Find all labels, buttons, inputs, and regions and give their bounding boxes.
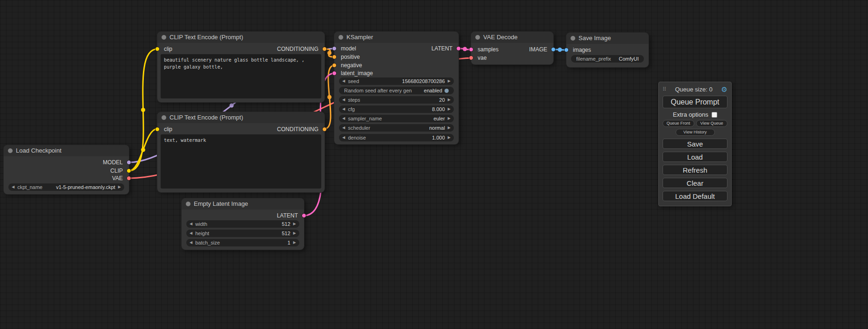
input-port-clip[interactable] xyxy=(155,47,160,51)
decrement-arrow-icon[interactable]: ◀ xyxy=(342,77,345,85)
node-title-bar[interactable]: CLIP Text Encode (Prompt) xyxy=(157,32,325,43)
load-default-button[interactable]: Load Default xyxy=(663,191,727,201)
decrement-arrow-icon[interactable]: ◀ xyxy=(342,115,345,122)
decrement-arrow-icon[interactable]: ◀ xyxy=(190,239,192,246)
input-port-latent-image[interactable] xyxy=(332,71,337,76)
output-label-conditioning: CONDITIONING xyxy=(277,45,318,53)
node-title-bar[interactable]: KSampler xyxy=(334,32,459,43)
increment-arrow-icon[interactable]: ▶ xyxy=(448,96,451,104)
widget-steps[interactable]: ◀ steps 20 ▶ xyxy=(339,96,454,104)
collapse-dot-icon[interactable] xyxy=(339,35,343,40)
drag-handle-icon[interactable]: ⠿ xyxy=(663,86,666,92)
node-clip-text-encode-positive[interactable]: CLIP Text Encode (Prompt) clip CONDITION… xyxy=(157,32,325,102)
node-clip-text-encode-negative[interactable]: CLIP Text Encode (Prompt) clip CONDITION… xyxy=(157,112,325,192)
node-vae-decode[interactable]: VAE Decode samples IMAGE vae xyxy=(471,32,553,64)
collapse-dot-icon[interactable] xyxy=(162,35,166,40)
output-port-conditioning[interactable] xyxy=(322,127,327,132)
widget-name: batch_size xyxy=(195,240,220,245)
increment-arrow-icon[interactable]: ▶ xyxy=(293,230,296,237)
decrement-arrow-icon[interactable]: ◀ xyxy=(342,96,345,104)
input-port-negative[interactable] xyxy=(332,63,337,68)
widget-name: seed xyxy=(348,78,359,84)
widget-scheduler[interactable]: ◀ scheduler normal ▶ xyxy=(339,124,454,132)
node-title-bar[interactable]: VAE Decode xyxy=(471,32,553,43)
input-port-images[interactable] xyxy=(564,48,569,52)
decrement-arrow-icon[interactable]: ◀ xyxy=(342,134,345,141)
widget-name: width xyxy=(195,221,207,227)
output-port-image[interactable] xyxy=(551,47,556,52)
widget-width[interactable]: ◀ width 512 ▶ xyxy=(186,220,299,228)
node-empty-latent-image[interactable]: Empty Latent Image LATENT ◀ width 512 ▶ … xyxy=(182,198,304,250)
widget-filename-prefix[interactable]: filename_prefix ComfyUI xyxy=(571,55,644,63)
save-button[interactable]: Save xyxy=(663,139,727,149)
decrement-arrow-icon[interactable]: ◀ xyxy=(12,183,14,191)
collapse-dot-icon[interactable] xyxy=(186,202,191,206)
node-title-bar[interactable]: Empty Latent Image xyxy=(182,198,304,210)
extra-options-checkbox[interactable] xyxy=(712,112,717,118)
view-history-button[interactable]: View History xyxy=(676,129,715,136)
widget-height[interactable]: ◀ height 512 ▶ xyxy=(186,230,299,237)
node-ksampler[interactable]: KSampler model LATENT positive negative … xyxy=(334,32,459,144)
input-port-positive[interactable] xyxy=(332,55,337,59)
output-port-conditioning[interactable] xyxy=(322,47,327,51)
prompt-textarea[interactable]: beautiful scenery nature glass bottle la… xyxy=(161,54,321,98)
collapse-dot-icon[interactable] xyxy=(571,36,575,41)
queue-prompt-button[interactable]: Queue Prompt xyxy=(663,96,727,108)
output-label-conditioning: CONDITIONING xyxy=(277,126,318,133)
output-port-model[interactable] xyxy=(127,160,131,165)
node-title: Save Image xyxy=(579,35,611,42)
output-port-latent[interactable] xyxy=(302,213,306,218)
node-title: Empty Latent Image xyxy=(194,200,248,207)
collapse-dot-icon[interactable] xyxy=(8,148,13,153)
refresh-button[interactable]: Refresh xyxy=(663,165,727,175)
clear-button[interactable]: Clear xyxy=(663,178,727,188)
collapse-dot-icon[interactable] xyxy=(162,115,166,120)
decrement-arrow-icon[interactable]: ◀ xyxy=(342,124,345,132)
increment-arrow-icon[interactable]: ▶ xyxy=(448,134,451,141)
increment-arrow-icon[interactable]: ▶ xyxy=(448,77,451,85)
increment-arrow-icon[interactable]: ▶ xyxy=(293,220,296,228)
increment-arrow-icon[interactable]: ▶ xyxy=(448,115,451,122)
node-title-bar[interactable]: Load Checkpoint xyxy=(4,145,129,156)
output-port-clip[interactable] xyxy=(127,168,131,173)
increment-arrow-icon[interactable]: ▶ xyxy=(448,105,451,113)
input-label-negative: negative xyxy=(341,62,362,69)
widget-cfg[interactable]: ◀ cfg 8.000 ▶ xyxy=(339,105,454,113)
queue-size-label: Queue size: 0 xyxy=(675,86,713,93)
settings-gear-icon[interactable]: ⚙ xyxy=(721,86,727,93)
widget-ckpt-name[interactable]: ◀ ckpt_name v1-5-pruned-emaonly.ckpt ▶ xyxy=(8,183,124,191)
increment-arrow-icon[interactable]: ▶ xyxy=(293,239,296,246)
collapse-dot-icon[interactable] xyxy=(475,35,480,40)
widget-sampler-name[interactable]: ◀ sampler_name euler ▶ xyxy=(339,115,454,122)
input-port-model[interactable] xyxy=(332,46,337,51)
increment-arrow-icon[interactable]: ▶ xyxy=(118,183,121,191)
wire-clip-negative xyxy=(129,129,157,171)
load-button[interactable]: Load xyxy=(663,152,727,162)
widget-random-seed-toggle[interactable]: Random seed after every gen enabled xyxy=(339,87,454,94)
graph-canvas[interactable]: Load Checkpoint MODEL CLIP VAE ◀ ckpt_na… xyxy=(0,0,868,329)
input-port-vae[interactable] xyxy=(469,56,473,60)
queue-front-button[interactable]: Queue Front xyxy=(663,120,694,127)
output-port-latent[interactable] xyxy=(456,46,461,51)
increment-arrow-icon[interactable]: ▶ xyxy=(448,124,451,132)
decrement-arrow-icon[interactable]: ◀ xyxy=(190,220,192,228)
view-queue-button[interactable]: View Queue xyxy=(696,120,728,127)
output-port-vae[interactable] xyxy=(127,176,131,181)
node-save-image[interactable]: Save Image images filename_prefix ComfyU… xyxy=(566,33,649,67)
widget-name: Random seed after every gen xyxy=(344,88,412,93)
input-port-clip[interactable] xyxy=(155,127,160,132)
widget-batch-size[interactable]: ◀ batch_size 1 ▶ xyxy=(186,239,299,246)
node-title-bar[interactable]: Save Image xyxy=(566,33,649,44)
node-title-bar[interactable]: CLIP Text Encode (Prompt) xyxy=(157,112,325,123)
decrement-arrow-icon[interactable]: ◀ xyxy=(190,230,192,237)
widget-denoise[interactable]: ◀ denoise 1.000 ▶ xyxy=(339,134,454,141)
decrement-arrow-icon[interactable]: ◀ xyxy=(342,105,345,113)
input-port-samples[interactable] xyxy=(469,47,473,52)
wire-midpoint-dot xyxy=(141,108,145,112)
toggle-indicator-icon[interactable] xyxy=(445,89,449,93)
widget-seed[interactable]: ◀ seed 156680208700286 ▶ xyxy=(339,77,454,85)
node-load-checkpoint[interactable]: Load Checkpoint MODEL CLIP VAE ◀ ckpt_na… xyxy=(4,145,129,194)
input-label-vae: vae xyxy=(478,54,487,62)
widget-value: 512 xyxy=(282,221,290,227)
prompt-textarea[interactable]: text, watermark xyxy=(161,134,321,189)
